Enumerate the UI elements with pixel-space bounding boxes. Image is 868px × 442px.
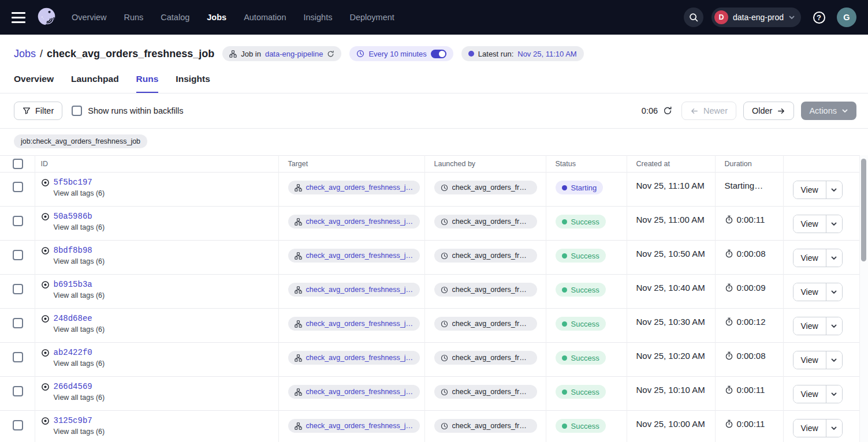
scrollbar-thumb[interactable] xyxy=(861,159,866,261)
view-dropdown-button[interactable] xyxy=(826,283,842,301)
tab-overview[interactable]: Overview xyxy=(14,74,54,93)
view-dropdown-button[interactable] xyxy=(826,351,842,369)
run-id-link[interactable]: 3125c9b7 xyxy=(54,416,92,425)
tab-launchpad[interactable]: Launchpad xyxy=(71,74,119,93)
target-job-link[interactable]: check_avg_orders_freshness_job xyxy=(306,183,413,192)
target-job-link[interactable]: check_avg_orders_freshness_job xyxy=(306,354,413,362)
run-id-link[interactable]: 50a5986b xyxy=(54,212,92,221)
menu-hamburger-icon[interactable] xyxy=(12,12,25,23)
launched-by-pill[interactable]: check_avg_orders_freshn… xyxy=(434,385,537,399)
tab-runs[interactable]: Runs xyxy=(136,74,159,93)
view-run-button[interactable]: View xyxy=(794,283,826,301)
nav-item-catalog[interactable]: Catalog xyxy=(161,13,189,22)
view-dropdown-button[interactable] xyxy=(826,317,842,335)
backfills-checkbox[interactable] xyxy=(72,106,82,116)
run-id-link[interactable]: b6915b3a xyxy=(54,280,92,289)
job-location-badge: Job in data-eng-pipeline xyxy=(222,46,341,61)
view-dropdown-button[interactable] xyxy=(826,181,842,198)
target-job-link[interactable]: check_avg_orders_freshness_job xyxy=(306,388,413,396)
breadcrumb-jobs-link[interactable]: Jobs xyxy=(14,48,36,60)
view-run-button[interactable]: View xyxy=(794,419,826,437)
workspace-switcher[interactable]: D data-eng-prod xyxy=(711,8,801,27)
older-button[interactable]: Older xyxy=(743,102,794,120)
nav-item-insights[interactable]: Insights xyxy=(303,13,332,22)
target-job-link[interactable]: check_avg_orders_freshness_job xyxy=(306,252,413,260)
latest-run-link[interactable]: Nov 25, 11:10 AM xyxy=(517,50,576,58)
select-all-checkbox[interactable] xyxy=(13,159,23,169)
runs-table-body: 5f5bc197 View all tags (6) check_avg_ord… xyxy=(0,173,859,442)
target-job-link[interactable]: check_avg_orders_freshness_job xyxy=(306,286,413,294)
nav-item-automation[interactable]: Automation xyxy=(244,13,286,22)
view-run-button[interactable]: View xyxy=(794,181,826,198)
run-target-icon xyxy=(41,246,50,255)
pipeline-link[interactable]: data-eng-pipeline xyxy=(265,50,323,58)
dagster-logo-icon[interactable] xyxy=(35,5,59,29)
actions-button[interactable]: Actions xyxy=(801,102,856,120)
view-all-tags-link[interactable]: View all tags (6) xyxy=(54,223,105,231)
view-all-tags-link[interactable]: View all tags (6) xyxy=(54,291,105,299)
job-graph-icon xyxy=(295,184,302,192)
view-all-tags-link[interactable]: View all tags (6) xyxy=(54,257,105,265)
row-checkbox[interactable] xyxy=(13,386,23,396)
view-all-tags-link[interactable]: View all tags (6) xyxy=(54,394,105,402)
view-dropdown-button[interactable] xyxy=(826,419,842,437)
run-id-link[interactable]: 5f5bc197 xyxy=(54,178,92,187)
view-run-button[interactable]: View xyxy=(794,317,826,335)
launched-by-pill[interactable]: check_avg_orders_freshn… xyxy=(434,181,537,194)
target-job-link[interactable]: check_avg_orders_freshness_job xyxy=(306,320,413,328)
help-button[interactable]: ? xyxy=(809,8,829,27)
view-dropdown-button[interactable] xyxy=(826,249,842,267)
launched-by-pill[interactable]: check_avg_orders_freshn… xyxy=(434,283,537,297)
run-id-link[interactable]: 248d68ee xyxy=(54,314,92,323)
target-job-link[interactable]: check_avg_orders_freshness_job xyxy=(306,218,413,226)
nav-item-runs[interactable]: Runs xyxy=(124,13,143,22)
view-split-button: View xyxy=(793,215,843,233)
launched-by-pill[interactable]: check_avg_orders_freshn… xyxy=(434,317,537,331)
view-run-button[interactable]: View xyxy=(794,351,826,369)
launched-by-pill[interactable]: check_avg_orders_freshn… xyxy=(434,419,537,433)
view-run-button[interactable]: View xyxy=(794,249,826,267)
search-button[interactable] xyxy=(684,8,703,27)
row-checkbox[interactable] xyxy=(13,182,23,192)
nav-item-overview[interactable]: Overview xyxy=(72,13,106,22)
view-all-tags-link[interactable]: View all tags (6) xyxy=(54,359,105,368)
run-id-link[interactable]: ab2422f0 xyxy=(54,348,92,357)
reload-icon[interactable] xyxy=(327,50,334,58)
job-filter-tag[interactable]: job:check_avg_orders_freshness_job xyxy=(14,134,147,148)
nav-item-jobs[interactable]: Jobs xyxy=(207,13,226,22)
run-id-link[interactable]: 266d4569 xyxy=(54,382,92,391)
target-job-link[interactable]: check_avg_orders_freshness_job xyxy=(306,422,413,430)
nav-item-deployment[interactable]: Deployment xyxy=(349,13,394,22)
view-run-button[interactable]: View xyxy=(794,215,826,233)
schedule-toggle[interactable] xyxy=(431,50,446,58)
row-checkbox[interactable] xyxy=(13,284,23,294)
row-checkbox[interactable] xyxy=(13,318,23,328)
launched-by-pill[interactable]: check_avg_orders_freshn… xyxy=(434,215,537,229)
job-graph-icon xyxy=(295,388,302,396)
launched-by-pill[interactable]: check_avg_orders_freshn… xyxy=(434,351,537,365)
table-row: 50a5986b View all tags (6) check_avg_ord… xyxy=(0,207,859,241)
vertical-scrollbar[interactable] xyxy=(859,155,868,442)
view-all-tags-link[interactable]: View all tags (6) xyxy=(54,325,105,334)
status-badge: Success xyxy=(556,385,606,399)
view-dropdown-button[interactable] xyxy=(826,215,842,233)
user-avatar[interactable]: G xyxy=(837,8,856,27)
row-checkbox[interactable] xyxy=(13,250,23,260)
status-badge: Success xyxy=(556,249,606,263)
filter-button[interactable]: Filter xyxy=(14,102,62,120)
column-header-id: ID xyxy=(35,156,278,173)
launched-by-pill[interactable]: check_avg_orders_freshn… xyxy=(434,249,537,263)
refresh-icon[interactable] xyxy=(663,106,672,115)
schedule-clock-icon xyxy=(441,354,448,362)
status-badge: Success xyxy=(556,317,606,331)
view-all-tags-link[interactable]: View all tags (6) xyxy=(54,189,105,197)
row-checkbox[interactable] xyxy=(13,420,23,430)
row-checkbox[interactable] xyxy=(13,216,23,226)
view-run-button[interactable]: View xyxy=(794,385,826,403)
row-checkbox[interactable] xyxy=(13,352,23,362)
tab-insights[interactable]: Insights xyxy=(176,74,210,93)
run-id-link[interactable]: 8bdf8b98 xyxy=(54,246,92,255)
newer-button[interactable]: Newer xyxy=(681,102,736,120)
view-dropdown-button[interactable] xyxy=(826,385,842,403)
view-all-tags-link[interactable]: View all tags (6) xyxy=(54,428,105,436)
